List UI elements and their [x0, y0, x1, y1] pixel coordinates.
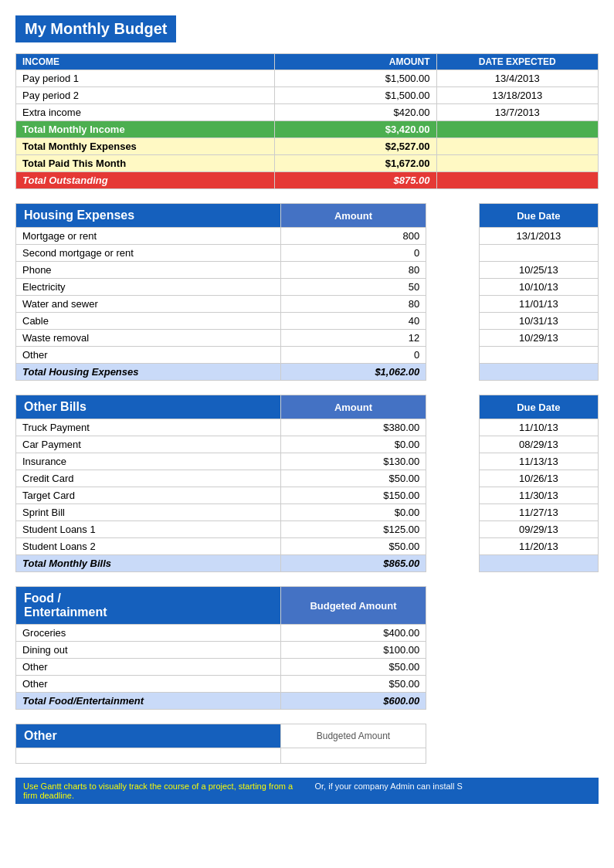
total-expenses-amount: $2,527.00 [275, 138, 436, 155]
housing-row1-date [479, 245, 598, 262]
housing-header-row: Housing Expenses Amount Due Date [16, 204, 599, 228]
income-row-3: Extra income $420.00 13/7/2013 [16, 104, 599, 121]
bottom-banner: Use Gantt charts to visually track the c… [15, 778, 599, 804]
food-row2-amount: $50.00 [280, 659, 426, 676]
food-gap [426, 587, 599, 625]
bills-total-gap [426, 555, 480, 572]
bills-row2-label: Insurance [16, 453, 281, 470]
housing-row1-amount: 0 [280, 245, 426, 262]
bills-row1-gap [426, 436, 480, 453]
food-row2-label: Other [16, 659, 281, 676]
bills-row6-label: Student Loans 1 [16, 521, 281, 538]
housing-amount-header: Amount [280, 204, 426, 228]
housing-row0-gap [426, 228, 480, 245]
bills-gap [426, 395, 480, 419]
bills-row0-amount: $380.00 [280, 419, 426, 436]
food-table: Food / Entertainment Budgeted Amount Gro… [15, 586, 599, 710]
food-header-row: Food / Entertainment Budgeted Amount [16, 587, 599, 625]
housing-row5-label: Cable [16, 313, 281, 330]
other-header-row: Other Budgeted Amount [16, 724, 599, 748]
housing-row7-date [479, 347, 598, 364]
total-outstanding-row: Total Outstanding $875.00 [16, 172, 599, 189]
housing-row-7: Other 0 [16, 347, 599, 364]
housing-row7-label: Other [16, 347, 281, 364]
total-income-label: Total Monthly Income [16, 121, 275, 138]
bills-row-3: Credit Card $50.00 10/26/13 [16, 470, 599, 487]
bills-header-row: Other Bills Amount Due Date [16, 395, 599, 419]
housing-row-5: Cable 40 10/31/13 [16, 313, 599, 330]
housing-row4-date: 11/01/13 [479, 296, 598, 313]
housing-duedate-header: Due Date [479, 204, 598, 228]
total-outstanding-empty [436, 172, 598, 189]
bills-row4-date: 11/30/13 [479, 487, 598, 504]
housing-row-2: Phone 80 10/25/13 [16, 262, 599, 279]
income-col1-header: INCOME [16, 54, 275, 70]
food-total-amount: $600.00 [280, 693, 426, 710]
other-section-empty1 [16, 748, 281, 764]
income-row2-date: 13/18/2013 [436, 87, 598, 104]
total-paid-row: Total Paid This Month $1,672.00 [16, 155, 599, 172]
total-outstanding-label: Total Outstanding [16, 172, 275, 189]
housing-row0-label: Mortgage or rent [16, 228, 281, 245]
total-outstanding-amount: $875.00 [275, 172, 436, 189]
other-section-row [16, 748, 599, 764]
housing-row-4: Water and sewer 80 11/01/13 [16, 296, 599, 313]
bills-row6-gap [426, 521, 480, 538]
bills-row7-label: Student Loans 2 [16, 538, 281, 555]
other-section-empty3 [426, 748, 599, 764]
food-total-label: Total Food/Entertainment [16, 693, 281, 710]
housing-row5-date: 10/31/13 [479, 313, 598, 330]
bills-row-7: Student Loans 2 $50.00 11/20/13 [16, 538, 599, 555]
food-row3-label: Other [16, 676, 281, 693]
food-row0-amount: $400.00 [280, 625, 426, 642]
bills-row5-gap [426, 504, 480, 521]
income-row1-date: 13/4/2013 [436, 70, 598, 87]
bills-total-label: Total Monthly Bills [16, 555, 281, 572]
housing-row4-amount: 80 [280, 296, 426, 313]
income-table: INCOME Amount Date Expected Pay period 1… [15, 53, 599, 189]
housing-row0-amount: 800 [280, 228, 426, 245]
housing-row3-label: Electricity [16, 279, 281, 296]
housing-total-amount: $1,062.00 [280, 364, 426, 381]
housing-row-6: Waste removal 12 10/29/13 [16, 330, 599, 347]
food-row0-label: Groceries [16, 625, 281, 642]
bills-row7-date: 11/20/13 [479, 538, 598, 555]
housing-row-0: Mortgage or rent 800 13/1/2013 [16, 228, 599, 245]
housing-row3-amount: 50 [280, 279, 426, 296]
housing-row7-amount: 0 [280, 347, 426, 364]
housing-row2-gap [426, 262, 480, 279]
food-row1-gap [426, 642, 599, 659]
bills-total-amount: $865.00 [280, 555, 426, 572]
housing-row3-date: 10/10/13 [479, 279, 598, 296]
bills-row2-gap [426, 453, 480, 470]
housing-row6-amount: 12 [280, 330, 426, 347]
income-row3-label: Extra income [16, 104, 275, 121]
bills-row2-amount: $130.00 [280, 453, 426, 470]
bills-row1-label: Car Payment [16, 436, 281, 453]
bills-row4-gap [426, 487, 480, 504]
bills-total-row: Total Monthly Bills $865.00 [16, 555, 599, 572]
income-col2-header: Amount [275, 54, 436, 70]
other-section-title: Other [16, 724, 281, 748]
food-amount-header: Budgeted Amount [280, 587, 426, 625]
total-income-empty [436, 121, 598, 138]
bills-row-6: Student Loans 1 $125.00 09/29/13 [16, 521, 599, 538]
other-section-empty2 [280, 748, 426, 764]
other-section-table: Other Budgeted Amount [15, 724, 599, 764]
bills-row3-amount: $50.00 [280, 470, 426, 487]
housing-row6-gap [426, 330, 480, 347]
bills-row-1: Car Payment $0.00 08/29/13 [16, 436, 599, 453]
income-col3-header: Date Expected [436, 54, 598, 70]
housing-row4-gap [426, 296, 480, 313]
bills-row3-label: Credit Card [16, 470, 281, 487]
food-row-2: Other $50.00 [16, 659, 599, 676]
other-section-gap [426, 724, 599, 748]
bills-row2-date: 11/13/13 [479, 453, 598, 470]
housing-row6-label: Waste removal [16, 330, 281, 347]
bills-row3-date: 10/26/13 [479, 470, 598, 487]
income-row2-amount: $1,500.00 [275, 87, 436, 104]
housing-row5-gap [426, 313, 480, 330]
housing-row2-date: 10/25/13 [479, 262, 598, 279]
food-row-1: Dining out $100.00 [16, 642, 599, 659]
bills-row-2: Insurance $130.00 11/13/13 [16, 453, 599, 470]
